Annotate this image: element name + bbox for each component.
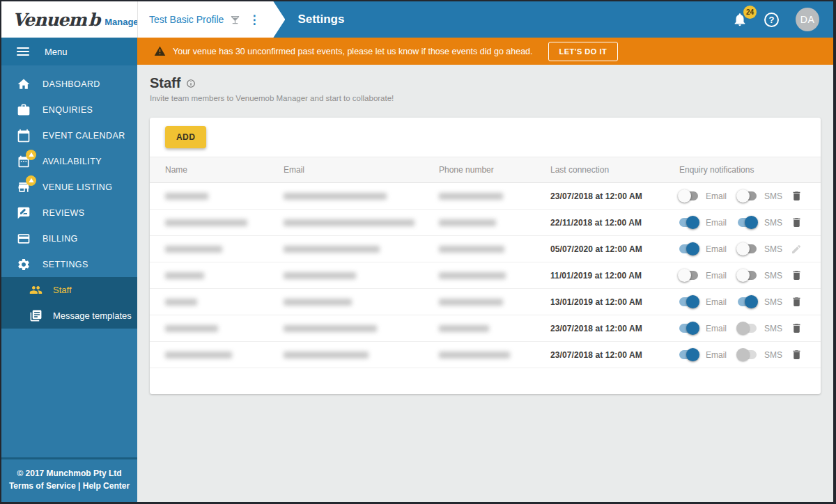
home-icon: [17, 77, 31, 91]
table-row: 23/07/2018 at 12:00 AM Email SMS: [150, 315, 821, 342]
email-toggle[interactable]: [679, 271, 698, 280]
sidebar-item-message-templates[interactable]: Message templates: [1, 303, 137, 329]
copyright: © 2017 Munchmob Pty Ltd: [6, 468, 133, 478]
redacted-name: [165, 246, 222, 253]
warning-message: Your venue has 30 unconfirmed past event…: [173, 47, 533, 56]
sidebar-item-dashboard[interactable]: DASHBOARD: [1, 71, 137, 97]
redacted-email: [284, 272, 356, 279]
sms-toggle[interactable]: [738, 244, 757, 253]
sidebar-nav: DASHBOARD ENQUIRIES EVENT CALENDAR AVAIL…: [1, 65, 137, 277]
sms-toggle-label: SMS: [764, 191, 782, 201]
warning-banner: Your venue has 30 unconfirmed past event…: [137, 38, 833, 65]
table-row: 23/07/2018 at 12:00 AM Email SMS: [150, 183, 821, 210]
notifications-bell-icon[interactable]: 24: [732, 12, 748, 27]
sms-toggle-label: SMS: [764, 218, 782, 228]
sidebar-item-reviews[interactable]: REVIEWS: [1, 200, 137, 226]
venue-menu-icon[interactable]: ⋮: [247, 14, 261, 26]
logo-text-suffix: b: [88, 10, 100, 30]
info-icon[interactable]: [186, 79, 196, 88]
notification-count-badge: 24: [743, 6, 757, 19]
column-header-enquiry-notifications: Enquiry notifications: [679, 165, 787, 175]
sms-toggle-label: SMS: [764, 324, 782, 333]
sms-toggle-label: SMS: [764, 244, 782, 254]
calendar-icon: [17, 129, 31, 143]
menu-toggle[interactable]: Menu: [1, 38, 137, 65]
main-content: Staff Invite team members to Venuemob Ma…: [137, 65, 833, 502]
section-subtitle: Invite team members to Venuemob Manager …: [150, 94, 822, 102]
table-header: Name Email Phone number Last connection …: [150, 157, 821, 183]
redacted-phone: [439, 272, 506, 279]
sidebar: Menu DASHBOARD ENQUIRIES EVENT CALENDAR …: [1, 38, 137, 502]
help-center-link[interactable]: Help Center: [83, 481, 130, 491]
sms-toggle-label: SMS: [764, 271, 782, 281]
sidebar-item-availability[interactable]: AVAILABILITY: [1, 148, 137, 174]
app-window: Venuemb Manager Test Basic Profile ⋮ Set…: [0, 0, 836, 504]
people-icon: [29, 283, 42, 297]
avatar[interactable]: DA: [796, 8, 819, 31]
edit-icon[interactable]: [791, 244, 802, 255]
sidebar-item-staff[interactable]: Staff: [1, 277, 137, 303]
email-toggle[interactable]: [679, 324, 698, 333]
email-toggle[interactable]: [679, 350, 698, 359]
logo[interactable]: Venuemb Manager: [1, 1, 137, 38]
redacted-email: [284, 193, 387, 200]
calendar-range-icon: [17, 155, 31, 168]
redacted-email: [284, 352, 369, 359]
logo-manager-label: Manager: [104, 17, 141, 27]
terms-of-service-link[interactable]: Terms of Service: [9, 481, 76, 491]
redacted-phone: [439, 299, 503, 306]
email-toggle[interactable]: [679, 244, 698, 253]
sidebar-footer: © 2017 Munchmob Pty Ltd Terms of Service…: [1, 457, 137, 502]
email-toggle[interactable]: [679, 297, 698, 306]
settings-submenu: Staff Message templates: [1, 277, 137, 329]
sidebar-item-billing[interactable]: BILLING: [1, 226, 137, 251]
sms-toggle[interactable]: [738, 218, 757, 227]
redacted-name: [165, 193, 208, 200]
delete-icon[interactable]: [791, 322, 803, 334]
email-toggle[interactable]: [679, 218, 698, 227]
column-header-phone: Phone number: [439, 165, 550, 175]
lets-do-it-button[interactable]: LET'S DO IT: [548, 42, 619, 61]
email-toggle-label: Email: [706, 244, 727, 254]
redacted-name: [165, 352, 232, 359]
redacted-name: [165, 299, 197, 306]
redacted-phone: [439, 219, 496, 226]
last-connection: 23/07/2018 at 12:00 AM: [550, 324, 679, 333]
redacted-phone: [439, 325, 489, 332]
delete-icon[interactable]: [791, 349, 803, 361]
footer-separator: |: [76, 481, 83, 491]
venue-selector[interactable]: Test Basic Profile ⋮: [137, 1, 285, 38]
last-connection: 23/07/2018 at 12:00 AM: [550, 191, 679, 201]
menu-label: Menu: [45, 47, 68, 57]
table-body: 23/07/2018 at 12:00 AM Email SMS 22/11/2…: [150, 183, 821, 368]
storefront-icon: [17, 180, 31, 194]
venue-listing-alert-badge: [26, 175, 36, 186]
add-button[interactable]: ADD: [165, 126, 206, 148]
email-toggle-label: Email: [706, 271, 727, 281]
sidebar-item-settings[interactable]: SETTINGS: [1, 251, 137, 277]
redacted-phone: [439, 352, 510, 359]
sidebar-item-venue-listing[interactable]: VENUE LISTING: [1, 174, 137, 200]
sms-toggle[interactable]: [738, 271, 757, 280]
sms-toggle-label: SMS: [764, 350, 782, 360]
sms-toggle[interactable]: [738, 297, 757, 306]
table-row: 23/07/2018 at 12:00 AM Email SMS: [150, 342, 821, 368]
email-toggle-label: Email: [706, 191, 727, 201]
delete-icon[interactable]: [791, 190, 803, 202]
last-connection: 22/11/2018 at 12:00 AM: [550, 218, 679, 228]
help-icon[interactable]: ?: [764, 13, 779, 27]
availability-alert-badge: [26, 150, 36, 160]
documents-icon: [29, 309, 42, 322]
email-toggle[interactable]: [679, 191, 698, 200]
sidebar-item-enquiries[interactable]: ENQUIRIES: [1, 97, 137, 123]
warning-triangle-icon: [154, 45, 166, 57]
briefcase-icon: [17, 103, 31, 117]
delete-icon[interactable]: [791, 216, 803, 228]
sms-toggle[interactable]: [738, 191, 757, 200]
delete-icon[interactable]: [791, 296, 803, 308]
sms-toggle[interactable]: [738, 324, 757, 333]
delete-icon[interactable]: [791, 269, 803, 281]
sidebar-item-event-calendar[interactable]: EVENT CALENDAR: [1, 123, 137, 148]
sms-toggle[interactable]: [738, 350, 757, 359]
email-toggle-label: Email: [706, 297, 727, 307]
